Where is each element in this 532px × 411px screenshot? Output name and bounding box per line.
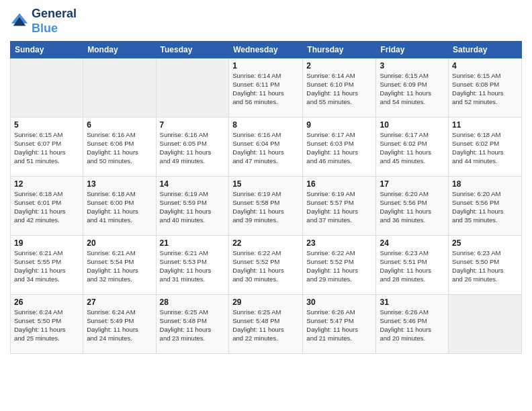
day-number: 4 [452,61,518,71]
day-info: Sunrise: 6:18 AM Sunset: 6:01 PM Dayligh… [14,190,79,224]
day-cell: 26Sunrise: 6:24 AM Sunset: 5:50 PM Dayli… [11,295,83,354]
day-number: 16 [306,179,372,189]
day-cell: 15Sunrise: 6:19 AM Sunset: 5:58 PM Dayli… [229,177,303,236]
day-cell: 21Sunrise: 6:21 AM Sunset: 5:53 PM Dayli… [156,236,229,295]
day-number: 22 [232,238,299,248]
day-info: Sunrise: 6:19 AM Sunset: 5:58 PM Dayligh… [232,190,299,224]
weekday-header-row: SundayMondayTuesdayWednesdayThursdayFrid… [11,42,522,58]
weekday-header-saturday: Saturday [449,42,522,58]
day-info: Sunrise: 6:19 AM Sunset: 5:57 PM Dayligh… [306,190,372,224]
weekday-header-friday: Friday [376,42,449,58]
weekday-header-wednesday: Wednesday [229,42,303,58]
day-number: 5 [14,120,79,130]
day-number: 7 [160,120,226,130]
day-info: Sunrise: 6:25 AM Sunset: 5:48 PM Dayligh… [232,308,299,342]
day-cell: 27Sunrise: 6:24 AM Sunset: 5:49 PM Dayli… [83,295,156,354]
day-number: 15 [232,179,299,189]
day-number: 9 [306,120,372,130]
day-info: Sunrise: 6:20 AM Sunset: 5:56 PM Dayligh… [380,190,445,224]
day-info: Sunrise: 6:22 AM Sunset: 5:52 PM Dayligh… [306,249,372,283]
day-cell: 4Sunrise: 6:15 AM Sunset: 6:08 PM Daylig… [449,58,522,118]
day-number: 23 [306,238,372,248]
header: General Blue [10,7,522,36]
weekday-header-monday: Monday [83,42,156,58]
day-info: Sunrise: 6:16 AM Sunset: 6:04 PM Dayligh… [232,131,299,165]
logo: General Blue [10,7,77,36]
week-row-5: 26Sunrise: 6:24 AM Sunset: 5:50 PM Dayli… [11,295,522,354]
day-number: 2 [306,61,372,71]
day-cell: 8Sunrise: 6:16 AM Sunset: 6:04 PM Daylig… [229,118,303,177]
day-info: Sunrise: 6:18 AM Sunset: 6:00 PM Dayligh… [87,190,152,224]
day-info: Sunrise: 6:23 AM Sunset: 5:51 PM Dayligh… [380,249,445,283]
day-info: Sunrise: 6:21 AM Sunset: 5:53 PM Dayligh… [160,249,226,283]
day-cell: 11Sunrise: 6:18 AM Sunset: 6:02 PM Dayli… [449,118,522,177]
day-cell: 7Sunrise: 6:16 AM Sunset: 6:05 PM Daylig… [156,118,229,177]
day-info: Sunrise: 6:25 AM Sunset: 5:48 PM Dayligh… [160,308,226,342]
day-cell: 14Sunrise: 6:19 AM Sunset: 5:59 PM Dayli… [156,177,229,236]
day-info: Sunrise: 6:21 AM Sunset: 5:54 PM Dayligh… [87,249,152,283]
day-cell: 30Sunrise: 6:26 AM Sunset: 5:47 PM Dayli… [303,295,376,354]
day-info: Sunrise: 6:17 AM Sunset: 6:02 PM Dayligh… [380,131,445,165]
day-number: 25 [452,238,518,248]
day-info: Sunrise: 6:24 AM Sunset: 5:49 PM Dayligh… [87,308,152,342]
day-number: 19 [14,238,79,248]
day-cell: 23Sunrise: 6:22 AM Sunset: 5:52 PM Dayli… [303,236,376,295]
day-number: 28 [160,298,226,307]
day-number: 8 [232,120,299,130]
day-cell: 3Sunrise: 6:15 AM Sunset: 6:09 PM Daylig… [376,58,449,118]
day-number: 12 [14,179,79,189]
day-number: 18 [452,179,518,189]
day-info: Sunrise: 6:26 AM Sunset: 5:47 PM Dayligh… [306,308,372,342]
day-number: 10 [380,120,445,130]
day-info: Sunrise: 6:14 AM Sunset: 6:10 PM Dayligh… [306,72,372,106]
day-cell: 16Sunrise: 6:19 AM Sunset: 5:57 PM Dayli… [303,177,376,236]
day-cell: 29Sunrise: 6:25 AM Sunset: 5:48 PM Dayli… [229,295,303,354]
day-info: Sunrise: 6:18 AM Sunset: 6:02 PM Dayligh… [452,131,518,165]
day-cell: 31Sunrise: 6:26 AM Sunset: 5:46 PM Dayli… [376,295,449,354]
day-cell: 5Sunrise: 6:15 AM Sunset: 6:07 PM Daylig… [11,118,83,177]
day-number: 30 [306,298,372,307]
week-row-2: 5Sunrise: 6:15 AM Sunset: 6:07 PM Daylig… [11,118,522,177]
day-info: Sunrise: 6:15 AM Sunset: 6:09 PM Dayligh… [380,72,445,106]
logo-icon [10,12,29,31]
day-cell [83,58,156,118]
day-info: Sunrise: 6:16 AM Sunset: 6:06 PM Dayligh… [87,131,152,165]
day-cell: 13Sunrise: 6:18 AM Sunset: 6:00 PM Dayli… [83,177,156,236]
day-cell [449,295,522,354]
day-number: 29 [232,298,299,307]
day-number: 20 [87,238,152,248]
weekday-header-sunday: Sunday [11,42,83,58]
page-container: General Blue SundayMondayTuesdayWednesda… [0,0,532,411]
weekday-header-thursday: Thursday [303,42,376,58]
day-number: 27 [87,298,152,307]
day-number: 6 [87,120,152,130]
day-cell: 20Sunrise: 6:21 AM Sunset: 5:54 PM Dayli… [83,236,156,295]
weekday-header-tuesday: Tuesday [156,42,229,58]
day-number: 13 [87,179,152,189]
day-cell: 2Sunrise: 6:14 AM Sunset: 6:10 PM Daylig… [303,58,376,118]
day-info: Sunrise: 6:24 AM Sunset: 5:50 PM Dayligh… [14,308,79,342]
week-row-1: 1Sunrise: 6:14 AM Sunset: 6:11 PM Daylig… [11,58,522,118]
day-cell: 6Sunrise: 6:16 AM Sunset: 6:06 PM Daylig… [83,118,156,177]
day-cell: 25Sunrise: 6:23 AM Sunset: 5:50 PM Dayli… [449,236,522,295]
day-cell: 24Sunrise: 6:23 AM Sunset: 5:51 PM Dayli… [376,236,449,295]
day-info: Sunrise: 6:15 AM Sunset: 6:08 PM Dayligh… [452,72,518,106]
day-number: 17 [380,179,445,189]
day-cell: 1Sunrise: 6:14 AM Sunset: 6:11 PM Daylig… [229,58,303,118]
day-info: Sunrise: 6:16 AM Sunset: 6:05 PM Dayligh… [160,131,226,165]
day-info: Sunrise: 6:22 AM Sunset: 5:52 PM Dayligh… [232,249,299,283]
day-cell: 12Sunrise: 6:18 AM Sunset: 6:01 PM Dayli… [11,177,83,236]
day-number: 3 [380,61,445,71]
week-row-3: 12Sunrise: 6:18 AM Sunset: 6:01 PM Dayli… [11,177,522,236]
day-info: Sunrise: 6:15 AM Sunset: 6:07 PM Dayligh… [14,131,79,165]
day-info: Sunrise: 6:19 AM Sunset: 5:59 PM Dayligh… [160,190,226,224]
day-cell: 9Sunrise: 6:17 AM Sunset: 6:03 PM Daylig… [303,118,376,177]
day-number: 24 [380,238,445,248]
day-cell: 22Sunrise: 6:22 AM Sunset: 5:52 PM Dayli… [229,236,303,295]
logo-text: General Blue [32,7,77,36]
day-info: Sunrise: 6:26 AM Sunset: 5:46 PM Dayligh… [380,308,445,342]
week-row-4: 19Sunrise: 6:21 AM Sunset: 5:55 PM Dayli… [11,236,522,295]
day-number: 26 [14,298,79,307]
day-info: Sunrise: 6:23 AM Sunset: 5:50 PM Dayligh… [452,249,518,283]
day-cell: 18Sunrise: 6:20 AM Sunset: 5:56 PM Dayli… [449,177,522,236]
